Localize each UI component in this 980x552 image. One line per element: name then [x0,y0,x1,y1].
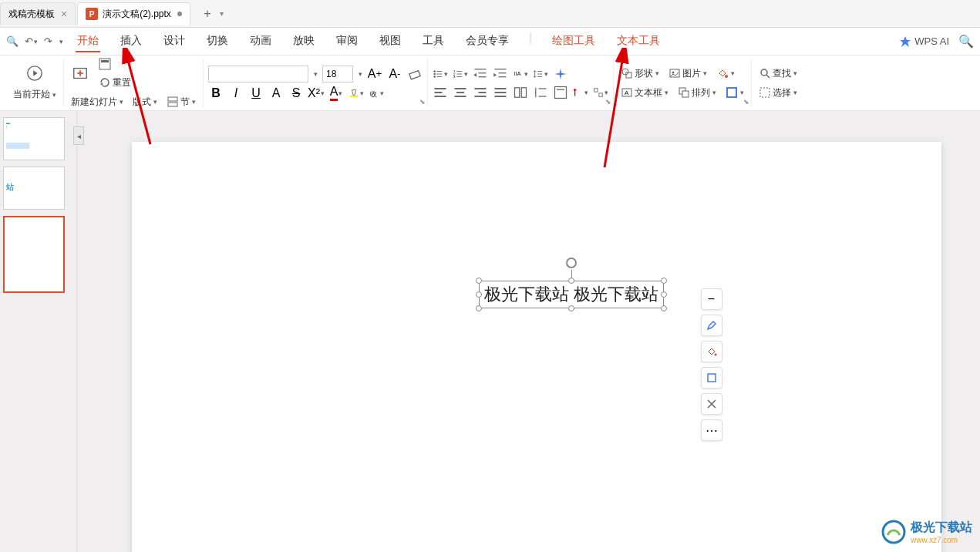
float-fill-button[interactable] [701,341,722,362]
shape-button[interactable]: 形状▾ [618,66,662,82]
font-family-select[interactable] [208,66,308,82]
underline-button[interactable]: U [248,86,264,101]
align-center-button[interactable] [453,85,468,100]
section-button[interactable]: 节▾ [164,94,198,110]
tab-animation[interactable]: 动画 [248,31,273,52]
new-tab-dropdown[interactable]: ▾ [220,9,224,18]
char-spacing-button[interactable]: 收▾ [369,86,384,101]
superscript-button[interactable]: X²▾ [308,86,324,101]
svg-rect-51 [515,87,520,97]
line-spacing-button[interactable]: ▾ [533,66,548,82]
search-button[interactable]: 🔍 [958,34,974,49]
select-button[interactable]: 选择▾ [756,85,800,101]
new-tab-button[interactable]: + [198,5,217,23]
resize-handle-mr[interactable] [661,291,667,298]
reset-button[interactable]: 重置 [96,75,133,91]
wps-ai-button[interactable]: WPS AI [899,35,949,48]
font-dialog-launcher[interactable]: ⬊ [419,98,426,106]
resize-handle-ml[interactable] [476,291,482,298]
tab-insert[interactable]: 插入 [119,31,143,52]
decrease-indent-button[interactable] [473,66,488,82]
redo-button[interactable]: ↷ [44,35,52,47]
float-more-button[interactable]: ⋯ [701,419,722,441]
highlight-button[interactable]: ▾ [349,86,364,101]
font-dropdown-icon[interactable]: ▾ [314,70,318,78]
text-align-button[interactable]: ▾ [573,85,588,100]
slide-thumb-2[interactable]: 站 [3,167,65,210]
outline-icon [726,86,738,99]
document-tab-2[interactable]: P 演示文稿(2).pptx [77,2,190,25]
align-left-button[interactable] [433,85,448,100]
svg-point-72 [714,354,716,356]
valign-icon [553,85,568,100]
new-slide-label[interactable]: 新建幻灯片▾ [69,94,126,110]
ai-text-button[interactable] [553,66,568,82]
increase-indent-button[interactable] [493,66,508,82]
new-slide-button[interactable] [69,63,92,83]
align-justify-button[interactable] [493,85,508,100]
tab-view[interactable]: 视图 [378,31,402,52]
resize-handle-br[interactable] [661,305,667,311]
layout-button[interactable] [96,56,133,72]
svg-point-78 [883,521,904,543]
resize-handle-bc[interactable] [568,305,574,311]
undo-button[interactable]: ↶▾ [25,35,38,47]
current-start-label[interactable]: 当前开始▾ [11,86,59,103]
tab-design[interactable]: 设计 [162,31,187,52]
resize-handle-tr[interactable] [661,278,667,284]
collapse-panel-button[interactable]: ◂ [73,126,84,145]
tab-transition[interactable]: 切换 [205,31,230,52]
tab-member[interactable]: 会员专享 [464,31,510,52]
tab-2-label: 演示文稿(2).pptx [103,8,171,21]
tab-tools[interactable]: 工具 [421,31,446,52]
vert-align-button[interactable] [553,85,568,100]
slide-canvas[interactable]: 极光下载站 极光下载站 − ⋯ [132,142,941,552]
float-style-button[interactable] [701,315,722,336]
clear-format-button[interactable] [407,66,423,82]
bold-button[interactable]: B [208,86,224,101]
grow-font-button[interactable]: A+ [367,66,382,82]
paragraph-dialog-launcher[interactable]: ⬊ [605,98,611,106]
text-direction-button[interactable]: IIA▾ [513,66,528,82]
bullets-button[interactable]: ▾ [433,66,448,82]
strike-button[interactable]: S [288,86,304,101]
tab-review[interactable]: 审阅 [335,31,359,52]
textbox-button[interactable]: A文本框▾ [618,85,671,101]
columns-button[interactable] [513,85,528,100]
para-spacing-button[interactable] [533,85,548,100]
font-color-button[interactable]: A▾ [328,86,344,101]
float-tools-button[interactable] [701,393,722,415]
resize-handle-bl[interactable] [476,305,482,311]
shrink-font-button[interactable]: A- [387,66,402,82]
rotate-handle[interactable] [566,257,577,268]
float-collapse-button[interactable]: − [701,288,722,310]
numbering-button[interactable]: 123▾ [453,66,468,82]
document-tab-1[interactable]: 戏稿壳模板 × [0,2,76,25]
resize-handle-tl[interactable] [476,278,482,284]
tab-slideshow[interactable]: 放映 [291,31,316,52]
strikethrough-button[interactable]: A [268,86,284,101]
fill-button[interactable]: ▾ [714,66,737,81]
selected-textbox[interactable]: 极光下载站 极光下载站 [479,281,664,308]
slide-thumb-3[interactable] [3,216,65,293]
tab-text-tools[interactable]: 文本工具 [615,31,662,52]
float-effect-button[interactable] [701,367,722,389]
font-size-input[interactable] [322,66,353,82]
qat-dropdown[interactable]: ▾ [59,38,63,45]
italic-button[interactable]: I [228,86,244,101]
arrange-button[interactable]: 排列▾ [675,85,719,101]
search-icon[interactable]: 🔍 [6,35,19,47]
textbox-text[interactable]: 极光下载站 极光下载站 [484,284,658,304]
fontsize-dropdown-icon[interactable]: ▾ [359,70,362,78]
slide-thumb-1[interactable]: ▬ | [3,117,65,160]
resize-handle-tc[interactable] [568,278,574,284]
close-tab-icon[interactable]: × [61,8,67,20]
layout-label[interactable]: 版式▾ [130,94,160,110]
tab-drawing-tools[interactable]: 绘图工具 [551,31,597,52]
picture-button[interactable]: 图片▾ [666,66,709,82]
play-from-current-button[interactable] [11,63,59,83]
align-right-button[interactable] [473,85,488,100]
find-button[interactable]: 查找▾ [756,66,800,82]
tab-start[interactable]: 开始 [76,31,100,52]
drawing-dialog-launcher[interactable]: ⬊ [743,98,749,106]
